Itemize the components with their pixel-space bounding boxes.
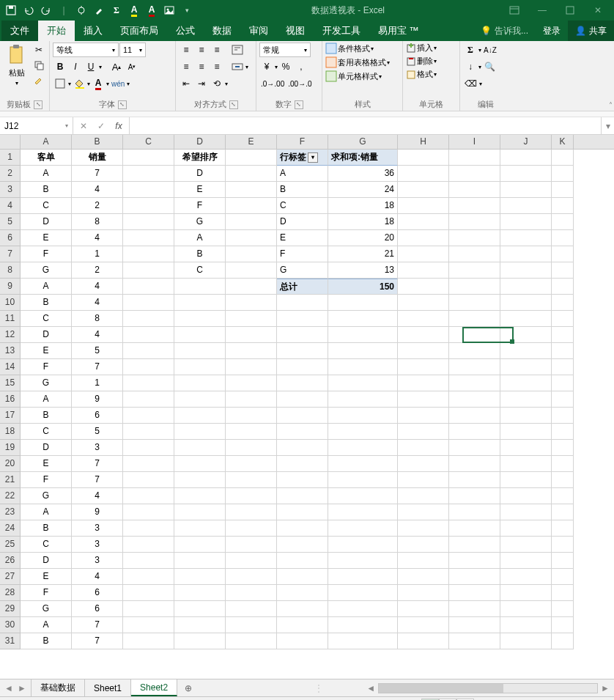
cell[interactable] <box>500 198 552 214</box>
cell[interactable] <box>277 408 328 424</box>
cell[interactable] <box>328 295 398 311</box>
cell[interactable] <box>449 472 500 488</box>
cell[interactable] <box>226 633 277 649</box>
sort-icon[interactable]: A↓Z <box>482 43 498 57</box>
cell[interactable] <box>226 262 277 279</box>
cell[interactable]: 7 <box>72 633 123 649</box>
row-header[interactable]: 31 <box>0 633 20 649</box>
cell[interactable] <box>398 262 449 279</box>
fill-icon[interactable]: ↓ <box>463 59 478 74</box>
cell[interactable] <box>500 262 552 279</box>
row-header[interactable]: 29 <box>0 601 20 617</box>
paste-button[interactable]: 粘贴 ▾ <box>3 43 30 88</box>
cell[interactable]: 6 <box>72 408 123 424</box>
cell[interactable]: G <box>277 262 328 279</box>
cell[interactable] <box>552 440 574 456</box>
cell[interactable] <box>500 391 552 408</box>
cell[interactable]: 3 <box>72 520 123 537</box>
delete-cells-button[interactable]: 删除▾ <box>406 56 437 67</box>
cell[interactable] <box>449 150 500 166</box>
cell[interactable] <box>500 520 552 537</box>
cell[interactable] <box>398 520 449 537</box>
cell[interactable] <box>398 424 449 440</box>
cell[interactable] <box>174 633 226 649</box>
cell[interactable]: 36 <box>328 166 398 182</box>
cell[interactable]: E <box>21 343 72 359</box>
cell[interactable] <box>398 214 449 230</box>
indent-inc-icon[interactable]: ⇥ <box>194 76 209 91</box>
sheet-tab-1[interactable]: Sheet1 <box>85 679 131 696</box>
tab-formulas[interactable]: 公式 <box>167 21 204 41</box>
cell[interactable] <box>226 311 277 327</box>
touch-icon[interactable] <box>73 2 89 18</box>
cell[interactable] <box>277 537 328 553</box>
cell[interactable]: 3 <box>72 440 123 456</box>
row-header[interactable]: 6 <box>0 230 20 246</box>
row-header[interactable]: 3 <box>0 182 20 198</box>
cell[interactable] <box>500 585 552 601</box>
cell[interactable] <box>174 488 226 504</box>
cell[interactable] <box>552 327 574 343</box>
select-all-corner[interactable] <box>0 135 21 149</box>
row-header[interactable]: 16 <box>0 391 20 408</box>
cell[interactable] <box>398 375 449 391</box>
cell[interactable] <box>277 633 328 649</box>
cell[interactable] <box>552 633 574 649</box>
cell[interactable] <box>226 279 277 295</box>
cell[interactable] <box>449 246 500 262</box>
fillcolor-qat-icon[interactable]: A <box>144 2 160 18</box>
tab-addon[interactable]: 易用宝 ™ <box>369 21 428 41</box>
cell[interactable] <box>449 488 500 504</box>
cell[interactable] <box>123 166 174 182</box>
cell[interactable] <box>226 424 277 440</box>
tab-layout[interactable]: 页面布局 <box>111 21 167 41</box>
cell[interactable] <box>449 182 500 198</box>
cell[interactable] <box>500 553 552 569</box>
cell[interactable] <box>226 520 277 537</box>
cell[interactable] <box>123 617 174 633</box>
cell[interactable]: F <box>21 246 72 262</box>
cell[interactable] <box>226 440 277 456</box>
cell[interactable] <box>328 617 398 633</box>
cell[interactable]: 18 <box>328 214 398 230</box>
cancel-formula-icon[interactable]: ✕ <box>76 119 91 133</box>
col-header[interactable]: D <box>174 135 226 149</box>
align-top-icon[interactable]: ≡ <box>179 43 193 57</box>
cell[interactable] <box>123 424 174 440</box>
cell[interactable] <box>449 456 500 472</box>
cell[interactable] <box>398 553 449 569</box>
row-header[interactable]: 12 <box>0 327 20 343</box>
cell[interactable] <box>328 585 398 601</box>
cell[interactable] <box>552 279 574 295</box>
tab-insert[interactable]: 插入 <box>75 21 111 41</box>
row-header[interactable]: 11 <box>0 311 20 327</box>
cell[interactable]: C <box>174 262 226 279</box>
cell[interactable] <box>500 182 552 198</box>
add-sheet-button[interactable]: ⊕ <box>177 679 199 696</box>
font-color-icon[interactable]: A <box>91 76 106 91</box>
cell[interactable] <box>552 150 574 166</box>
cell[interactable]: G <box>21 488 72 504</box>
cell[interactable] <box>226 504 277 520</box>
cell[interactable] <box>226 472 277 488</box>
cell[interactable]: D <box>21 440 72 456</box>
cell[interactable] <box>277 585 328 601</box>
cell[interactable] <box>552 295 574 311</box>
cell[interactable] <box>449 391 500 408</box>
align-launcher[interactable]: ⤡ <box>229 100 238 109</box>
cell[interactable] <box>277 520 328 537</box>
row-header[interactable]: 30 <box>0 617 20 633</box>
cell[interactable] <box>500 327 552 343</box>
cell[interactable] <box>277 504 328 520</box>
cell[interactable] <box>174 359 226 375</box>
cell[interactable]: F <box>277 246 328 262</box>
font-name-combo[interactable]: 等线▾ <box>53 43 119 57</box>
cell[interactable]: 6 <box>72 585 123 601</box>
cell[interactable] <box>552 246 574 262</box>
cell[interactable] <box>226 198 277 214</box>
cell[interactable]: 21 <box>328 246 398 262</box>
cell[interactable]: 客单 <box>21 150 72 166</box>
cell[interactable] <box>398 150 449 166</box>
cell[interactable] <box>174 520 226 537</box>
cell[interactable] <box>500 456 552 472</box>
